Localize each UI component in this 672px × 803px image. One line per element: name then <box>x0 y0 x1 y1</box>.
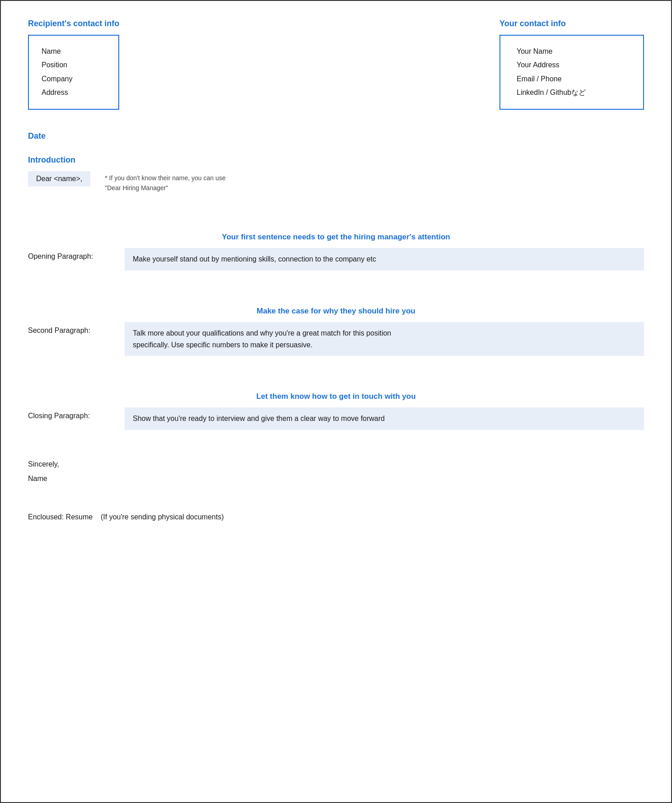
recipient-field-address: Address <box>42 86 106 99</box>
opening-label: Opening Paragraph: <box>28 248 114 261</box>
second-content-line2: specifically. Use specific numbers to ma… <box>133 341 313 349</box>
second-content: Talk more about your qualifications and … <box>125 322 644 356</box>
opening-row: Opening Paragraph: Make yourself stand o… <box>28 248 644 271</box>
greeting-note-line2: "Dear Hiring Manager" <box>105 184 168 191</box>
your-field-address: Your Address <box>517 58 627 72</box>
enclosure-label: Encloused: Resume <box>28 513 93 521</box>
enclosure-section: Encloused: Resume (If you're sending phy… <box>28 513 644 521</box>
greeting-pill: Dear <name>, <box>28 171 90 187</box>
second-content-line1: Talk more about your qualifications and … <box>133 329 391 337</box>
recipient-field-name: Name <box>42 45 106 58</box>
closing-row: Closing Paragraph: Show that you're read… <box>28 407 644 430</box>
closing-paragraph-section: Let them know how to get in touch with y… <box>28 392 644 430</box>
name-text: Name <box>28 472 644 486</box>
your-field-linkedin: LinkedIn / Githubなど <box>517 86 627 99</box>
recipient-field-company: Company <box>42 72 106 86</box>
intro-heading: Introduction <box>28 155 644 165</box>
your-contact-box: Your Name Your Address Email / Phone Lin… <box>499 35 644 110</box>
second-hint: Make the case for why they should hire y… <box>28 307 644 316</box>
your-contact-heading: Your contact info <box>499 19 644 28</box>
closing-label: Closing Paragraph: <box>28 407 114 420</box>
your-field-email-phone: Email / Phone <box>517 72 627 86</box>
second-row: Second Paragraph: Talk more about your q… <box>28 322 644 356</box>
closing-hint: Let them know how to get in touch with y… <box>28 392 644 401</box>
sincerely-text: Sincerely, <box>28 457 644 472</box>
intro-greeting-row: Dear <name>, * If you don't know their n… <box>28 171 644 193</box>
greeting-note-line1: * If you don't know their name, you can … <box>105 174 225 182</box>
second-label: Second Paragraph: <box>28 322 114 335</box>
opening-content: Make yourself stand out by mentioning sk… <box>125 248 644 271</box>
recipient-contact-box: Name Position Company Address <box>28 35 119 110</box>
intro-section: Introduction Dear <name>, * If you don't… <box>28 155 644 193</box>
second-paragraph-section: Make the case for why they should hire y… <box>28 307 644 356</box>
date-section: Date <box>28 131 644 141</box>
recipient-field-position: Position <box>42 58 106 72</box>
recipient-heading: Recipient's contact info <box>28 19 119 28</box>
enclosure-note: (If you're sending physical documents) <box>101 513 224 521</box>
your-field-name: Your Name <box>517 45 627 58</box>
opening-paragraph-section: Your first sentence needs to get the hir… <box>28 233 644 271</box>
opening-hint: Your first sentence needs to get the hir… <box>28 233 644 242</box>
top-section: Recipient's contact info Name Position C… <box>28 19 644 110</box>
page-container: Recipient's contact info Name Position C… <box>28 19 644 521</box>
your-contact-section: Your contact info Your Name Your Address… <box>499 19 644 110</box>
closing-section: Sincerely, Name <box>28 457 644 486</box>
recipient-section: Recipient's contact info Name Position C… <box>28 19 119 110</box>
date-heading: Date <box>28 131 644 141</box>
closing-content: Show that you're ready to interview and … <box>125 407 644 430</box>
enclosure-text: Encloused: Resume (If you're sending phy… <box>28 513 644 521</box>
greeting-note: * If you don't know their name, you can … <box>105 171 225 193</box>
